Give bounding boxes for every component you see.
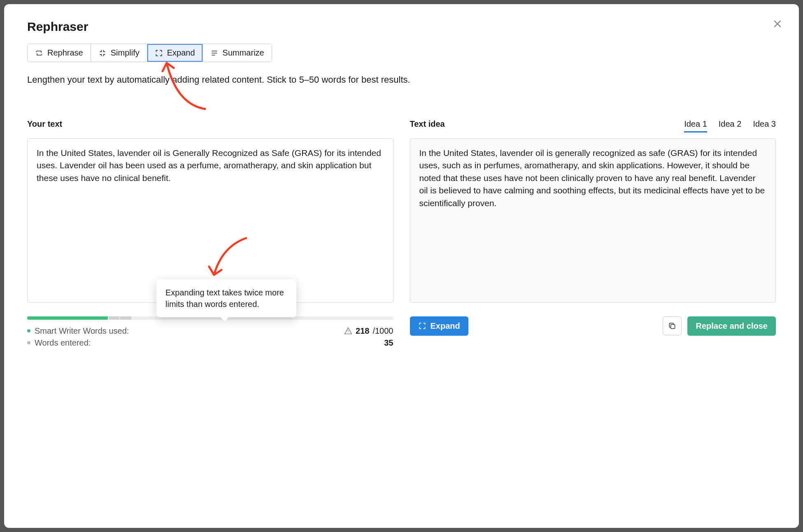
- expand-button-label: Expand: [431, 321, 460, 331]
- tab-label: Expand: [167, 48, 195, 58]
- close-icon: [772, 19, 783, 29]
- text-idea-label: Text idea: [410, 119, 445, 129]
- status-dot-icon: [27, 341, 30, 344]
- tab-rephrase[interactable]: Rephrase: [28, 44, 91, 62]
- modal-title: Rephraser: [27, 20, 776, 34]
- text-idea-column: Text idea Idea 1 Idea 2 Idea 3 In the Un…: [410, 119, 776, 303]
- idea-tab-1[interactable]: Idea 1: [684, 119, 707, 132]
- tab-simplify[interactable]: Simplify: [91, 44, 147, 62]
- words-entered-value: 35: [384, 338, 393, 348]
- idea-tab-2[interactable]: Idea 2: [719, 119, 742, 132]
- idea-tab-3[interactable]: Idea 3: [753, 119, 776, 132]
- expand-button[interactable]: Expand: [410, 316, 468, 336]
- usage-panel: Smart Writer Words used: 218/1000 Words …: [27, 316, 393, 348]
- words-used-label: Smart Writer Words used:: [27, 326, 129, 336]
- expand-icon: [155, 49, 163, 57]
- tab-label: Simplify: [111, 48, 140, 58]
- words-entered-label: Words entered:: [27, 338, 91, 348]
- replace-close-button[interactable]: Replace and close: [687, 316, 776, 336]
- action-bar: Expand Replace and close: [410, 316, 776, 336]
- status-dot-icon: [27, 329, 30, 332]
- close-button[interactable]: [770, 16, 785, 31]
- idea-tabs: Idea 1 Idea 2 Idea 3: [684, 119, 776, 132]
- copy-button[interactable]: [663, 316, 682, 335]
- words-used-value: 218/1000: [344, 326, 393, 336]
- tab-summarize[interactable]: Summarize: [203, 44, 272, 62]
- warning-icon: [344, 327, 352, 335]
- your-text-column: Your text: [27, 119, 393, 305]
- mode-tabbar: Rephrase Simplify Expand Summarize: [27, 44, 272, 62]
- your-text-input[interactable]: [27, 138, 393, 303]
- summarize-icon: [210, 49, 219, 57]
- mode-description: Lengthen your text by automatically addi…: [27, 74, 776, 86]
- limits-tooltip: Expanding text takes twice more limits t…: [156, 279, 296, 317]
- expand-icon: [418, 322, 426, 330]
- copy-icon: [668, 322, 676, 330]
- tab-label: Rephrase: [47, 48, 83, 58]
- rephraser-modal: Rephraser Rephrase Simplify Expand Summa…: [4, 4, 799, 528]
- rephrase-icon: [35, 49, 43, 57]
- your-text-label: Your text: [27, 119, 62, 129]
- simplify-icon: [98, 49, 107, 57]
- svg-rect-0: [671, 324, 675, 328]
- tab-label: Summarize: [223, 48, 264, 58]
- tab-expand[interactable]: Expand: [147, 44, 203, 62]
- text-idea-output: In the United States, lavender oil is ge…: [410, 138, 776, 303]
- replace-close-label: Replace and close: [696, 321, 768, 331]
